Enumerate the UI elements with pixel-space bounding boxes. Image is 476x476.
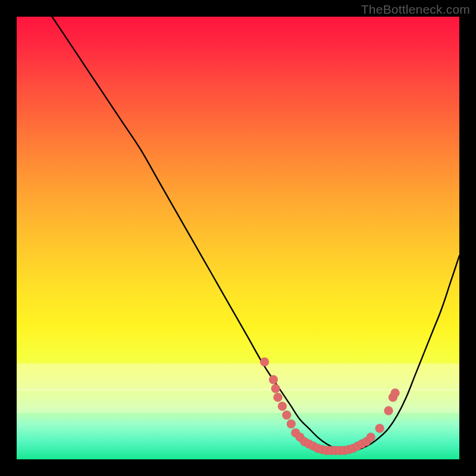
data-point-dot: [384, 406, 393, 415]
data-point-dot: [260, 358, 269, 367]
data-point-dot: [375, 424, 384, 433]
attribution-label: TheBottleneck.com: [361, 2, 470, 17]
data-point-dot: [282, 411, 291, 419]
chart-frame: TheBottleneck.com: [0, 0, 476, 476]
plot-area: [17, 17, 459, 459]
data-point-dot: [367, 433, 375, 441]
bottleneck-curve-svg: [17, 17, 459, 459]
data-point-dot: [271, 384, 280, 393]
scatter-group: [260, 358, 399, 455]
bottleneck-curve-path: [52, 17, 460, 451]
data-point-dot: [391, 389, 400, 397]
data-point-dot: [269, 375, 278, 384]
data-point-dot: [274, 393, 283, 402]
data-point-dot: [287, 419, 296, 428]
data-point-dot: [278, 402, 287, 411]
